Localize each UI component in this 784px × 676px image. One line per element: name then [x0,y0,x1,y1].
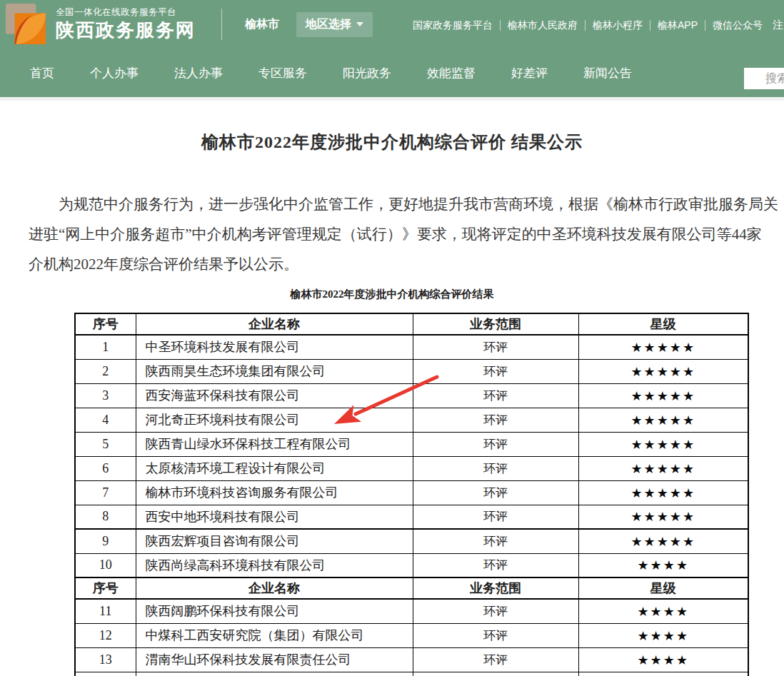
empty-cell [413,672,578,676]
row-index: 8 [75,505,136,529]
header-link[interactable]: 榆林小程序 [593,19,643,32]
business-scope: 环评 [413,335,578,359]
caret-down-icon [356,22,363,26]
table-header-cell: 业务范围 [413,313,578,335]
site-logo[interactable] [6,4,47,45]
page-title: 榆林市2022年度涉批中介机构综合评价 结果公示 [0,131,784,153]
table-header-cell: 星级 [578,313,748,335]
company-name: 渭南华山环保科技发展有限责任公司 [136,647,413,672]
nav-item[interactable]: 阳光政务 [343,65,391,81]
row-index: 13 [75,647,136,672]
business-scope: 环评 [413,647,578,672]
company-name: 陕西雨昊生态环境集团有限公司 [136,359,413,383]
table-header-cell: 星级 [578,577,748,599]
eval-table-body: 序号企业名称业务范围星级1中圣环境科技发展有限公司环评★★★★★2陕西雨昊生态环… [75,313,748,676]
table-row: 8西安中地环境科技有限公司环评★★★★★ [75,505,748,529]
header-link[interactable]: 微信公众号 [713,19,763,32]
star-rating: ★★★★★ [578,335,748,359]
table-row: 6太原核清环境工程设计有限公司环评★★★★★ [75,456,748,480]
table-row: 7榆林市环境科技咨询服务有限公司环评★★★★★ [75,480,748,505]
nav-item[interactable]: 专区服务 [258,65,307,81]
header-link[interactable]: 国家政务服务平台 [413,19,493,32]
company-name: 中煤科工西安研究院（集团）有限公司 [136,623,413,647]
table-row: 9陕西宏辉项目咨询有限公司环评★★★★★ [75,529,748,553]
table-header-cell: 企业名称 [136,313,413,335]
divider [585,20,586,31]
announcement-paragraph: 为规范中介服务行为，进一步强化中介监管工作，更好地提升我市营商环境，根据《榆林市… [29,189,755,279]
business-scope: 环评 [413,432,578,456]
site-header: 全国一体化在线政务服务平台 陕西政务服务网 榆林市 地区选择 国家政务服务平台榆… [0,0,784,97]
star-rating: ★★★★ [578,623,748,647]
star-rating: ★★★★ [578,599,748,623]
star-rating: ★★★★★ [578,456,748,480]
table-row: 3西安海蓝环保科技有限公司环评★★★★★ [75,383,748,408]
paragraph-line: 为规范中介服务行为，进一步强化中介监管工作，更好地提升我市营商环境，根据《榆林市… [29,189,755,219]
nav-item[interactable]: 效能监督 [427,65,476,81]
business-scope: 环评 [413,599,578,623]
divider [650,20,650,31]
business-scope: 环评 [413,359,578,383]
row-index: 5 [75,432,136,456]
business-scope: 环评 [413,480,578,505]
table-row [75,672,748,676]
row-index: 4 [75,408,136,432]
table-caption: 榆林市2022年度涉批中介机构综合评价结果 [0,288,784,301]
nav-item[interactable]: 好差评 [511,65,548,81]
table-row: 2陕西雨昊生态环境集团有限公司环评★★★★★ [75,359,748,383]
company-name: 榆林市环境科技咨询服务有限公司 [136,480,413,505]
search-input[interactable] [744,68,784,89]
header-top-row: 全国一体化在线政务服务平台 陕西政务服务网 榆林市 地区选择 国家政务服务平台榆… [0,0,784,49]
star-rating: ★★★★★ [578,505,748,529]
business-scope: 环评 [413,383,578,408]
header-link[interactable]: 榆林APP [658,19,698,32]
main-nav: 首页个人办事法人办事专区服务阳光政务效能监督好差评新闻公告 [0,49,784,97]
divider [705,20,705,31]
row-index: 10 [75,553,136,577]
company-name: 陕西青山绿水环保科技工程有限公司 [136,432,413,456]
nav-item[interactable]: 首页 [30,65,54,81]
region-selector-button[interactable]: 地区选择 [296,12,373,37]
table-header-cell: 企业名称 [136,577,413,599]
row-index: 2 [75,359,136,383]
company-name: 河北奇正环境科技有限公司 [136,408,413,432]
company-name: 中圣环境科技发展有限公司 [136,335,413,359]
table-row: 13渭南华山环保科技发展有限责任公司环评★★★★ [75,647,748,672]
star-rating: ★★★★★ [578,383,748,408]
business-scope: 环评 [413,623,578,647]
header-link[interactable]: 榆林市人民政府 [508,19,578,32]
star-rating: ★★★★★ [578,529,748,553]
table-row: 11陕西阔鹏环保科技有限公司环评★★★★ [75,599,748,623]
business-scope: 环评 [413,529,578,553]
table-row: 4河北奇正环境科技有限公司环评★★★★★ [75,408,748,432]
nav-item[interactable]: 法人办事 [174,65,223,81]
business-scope: 环评 [413,505,578,529]
row-index: 9 [75,529,136,553]
table-row: 10陕西尚绿高科环境科技有限公司环评★★★★ [75,553,748,577]
table-row: 1中圣环境科技发展有限公司环评★★★★★ [75,335,748,359]
row-index: 6 [75,456,136,480]
current-city: 榆林市 [245,17,279,32]
star-rating: ★★★★ [578,553,748,577]
business-scope: 环评 [413,456,578,480]
table-header-cell: 序号 [75,577,136,599]
business-scope: 环评 [413,553,578,577]
business-scope: 环评 [413,408,578,432]
company-name: 陕西宏辉项目咨询有限公司 [136,529,413,553]
company-name: 陕西尚绿高科环境科技有限公司 [136,553,413,577]
announcement-article: 榆林市2022年度涉批中介机构综合评价 结果公示 为规范中介服务行为，进一步强化… [0,131,784,676]
empty-cell [75,672,136,676]
star-rating: ★★★★★ [578,359,748,383]
register-link[interactable]: 注册 [773,19,784,32]
table-header-cell: 业务范围 [413,577,578,599]
site-title: 陕西政务服务网 [56,19,196,42]
nav-item[interactable]: 个人办事 [90,65,139,81]
platform-tagline: 全国一体化在线政务服务平台 [56,7,196,19]
region-selector-label: 地区选择 [306,17,351,32]
evaluation-results-table: 序号企业名称业务范围星级1中圣环境科技发展有限公司环评★★★★★2陕西雨昊生态环… [74,313,749,676]
empty-cell [136,672,413,676]
header-links: 国家政务服务平台榆林市人民政府榆林小程序榆林APP微信公众号注册 [413,19,784,32]
star-rating: ★★★★ [578,647,748,672]
company-name: 西安海蓝环保科技有限公司 [136,383,413,408]
nav-item[interactable]: 新闻公告 [583,65,632,81]
star-rating: ★★★★★ [578,408,748,432]
